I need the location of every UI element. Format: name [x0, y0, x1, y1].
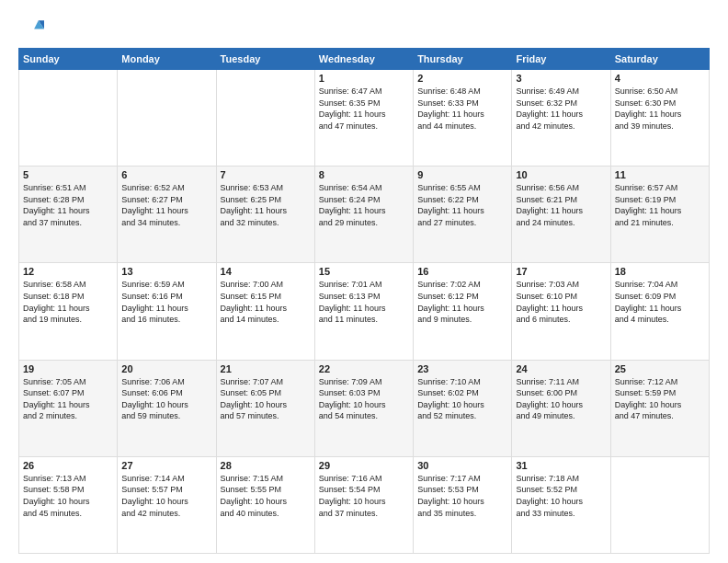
- day-number: 22: [319, 363, 409, 374]
- cell-text: Sunrise: 6:47 AM: [319, 86, 409, 98]
- cell-text: Sunset: 5:58 PM: [23, 484, 113, 496]
- cell-text: and 21 minutes.: [615, 217, 705, 229]
- cell-text: Daylight: 10 hours: [23, 496, 113, 508]
- cell-text: Daylight: 11 hours: [23, 399, 113, 411]
- calendar-cell: [118, 70, 216, 167]
- cell-text: Sunrise: 7:11 AM: [516, 376, 606, 388]
- day-number: 29: [319, 460, 409, 471]
- cell-text: Daylight: 10 hours: [121, 399, 211, 411]
- day-number: 1: [319, 73, 409, 84]
- calendar-table: SundayMondayTuesdayWednesdayThursdayFrid…: [18, 48, 710, 554]
- day-number: 25: [615, 363, 705, 374]
- cell-text: Sunset: 6:02 PM: [417, 387, 507, 399]
- calendar-cell: 29Sunrise: 7:16 AMSunset: 5:54 PMDayligh…: [314, 456, 413, 553]
- calendar-cell: 19Sunrise: 7:05 AMSunset: 6:07 PMDayligh…: [19, 360, 118, 456]
- calendar-cell: [610, 456, 709, 553]
- day-number: 11: [615, 169, 705, 180]
- cell-text: Daylight: 11 hours: [23, 205, 113, 217]
- calendar-cell: 24Sunrise: 7:11 AMSunset: 6:00 PMDayligh…: [512, 360, 610, 456]
- day-number: 18: [615, 266, 705, 277]
- cell-text: Sunrise: 6:50 AM: [615, 86, 705, 98]
- cell-text: and 54 minutes.: [319, 410, 409, 422]
- cell-text: Sunrise: 6:49 AM: [516, 86, 606, 98]
- cell-text: Sunset: 5:55 PM: [221, 484, 311, 496]
- weekday-header-friday: Friday: [512, 49, 610, 70]
- cell-text: Daylight: 11 hours: [516, 109, 606, 121]
- cell-text: Daylight: 10 hours: [319, 399, 409, 411]
- cell-text: Sunrise: 7:07 AM: [221, 376, 311, 388]
- calendar-cell: 15Sunrise: 7:01 AMSunset: 6:13 PMDayligh…: [314, 263, 413, 360]
- cell-text: and 24 minutes.: [516, 217, 606, 229]
- week-row-3: 12Sunrise: 6:58 AMSunset: 6:18 PMDayligh…: [19, 263, 710, 360]
- cell-text: and 2 minutes.: [23, 410, 113, 422]
- cell-text: Sunset: 6:12 PM: [417, 291, 507, 303]
- week-row-2: 5Sunrise: 6:51 AMSunset: 6:28 PMDaylight…: [19, 167, 710, 263]
- cell-text: Daylight: 11 hours: [23, 303, 113, 315]
- cell-text: Sunrise: 7:15 AM: [221, 473, 311, 485]
- cell-text: Daylight: 11 hours: [121, 303, 211, 315]
- calendar-cell: 14Sunrise: 7:00 AMSunset: 6:15 PMDayligh…: [216, 263, 314, 360]
- week-row-1: 1Sunrise: 6:47 AMSunset: 6:35 PMDaylight…: [19, 70, 710, 167]
- cell-text: Sunrise: 7:01 AM: [319, 279, 409, 291]
- cell-text: Daylight: 10 hours: [615, 399, 705, 411]
- cell-text: Sunset: 6:15 PM: [221, 291, 311, 303]
- week-row-5: 26Sunrise: 7:13 AMSunset: 5:58 PMDayligh…: [19, 456, 710, 553]
- cell-text: and 44 minutes.: [417, 121, 507, 132]
- weekday-header-wednesday: Wednesday: [314, 49, 413, 70]
- calendar-cell: 17Sunrise: 7:03 AMSunset: 6:10 PMDayligh…: [512, 263, 610, 360]
- cell-text: and 14 minutes.: [221, 314, 311, 326]
- cell-text: Sunrise: 6:52 AM: [121, 182, 211, 194]
- day-number: 7: [221, 169, 311, 180]
- cell-text: Daylight: 10 hours: [221, 496, 311, 508]
- cell-text: Sunrise: 6:54 AM: [319, 182, 409, 194]
- cell-text: Sunset: 6:35 PM: [319, 98, 409, 109]
- calendar-cell: [19, 70, 118, 167]
- cell-text: Sunset: 6:33 PM: [417, 98, 507, 109]
- cell-text: Sunrise: 6:58 AM: [23, 279, 113, 291]
- cell-text: Sunset: 5:57 PM: [121, 484, 211, 496]
- cell-text: and 57 minutes.: [221, 410, 311, 422]
- day-number: 8: [319, 169, 409, 180]
- day-number: 31: [516, 460, 606, 471]
- day-number: 15: [319, 266, 409, 277]
- cell-text: Sunset: 6:30 PM: [615, 98, 705, 109]
- calendar-cell: 25Sunrise: 7:12 AMSunset: 5:59 PMDayligh…: [610, 360, 709, 456]
- cell-text: Daylight: 10 hours: [516, 399, 606, 411]
- cell-text: Daylight: 11 hours: [319, 303, 409, 315]
- cell-text: Daylight: 11 hours: [516, 303, 606, 315]
- weekday-header-row: SundayMondayTuesdayWednesdayThursdayFrid…: [19, 49, 710, 70]
- cell-text: and 42 minutes.: [516, 121, 606, 132]
- day-number: 24: [516, 363, 606, 374]
- day-number: 9: [417, 169, 507, 180]
- cell-text: Sunset: 5:53 PM: [417, 484, 507, 496]
- calendar-cell: 13Sunrise: 6:59 AMSunset: 6:16 PMDayligh…: [118, 263, 216, 360]
- cell-text: and 34 minutes.: [121, 217, 211, 229]
- cell-text: Sunset: 5:59 PM: [615, 387, 705, 399]
- cell-text: and 42 minutes.: [121, 508, 211, 520]
- cell-text: Daylight: 11 hours: [615, 109, 705, 121]
- calendar-cell: 18Sunrise: 7:04 AMSunset: 6:09 PMDayligh…: [610, 263, 709, 360]
- cell-text: Sunrise: 7:18 AM: [516, 473, 606, 485]
- cell-text: Sunrise: 7:17 AM: [417, 473, 507, 485]
- cell-text: Daylight: 11 hours: [121, 205, 211, 217]
- cell-text: Daylight: 11 hours: [417, 303, 507, 315]
- day-number: 16: [417, 266, 507, 277]
- cell-text: Sunrise: 7:06 AM: [121, 376, 211, 388]
- cell-text: Daylight: 11 hours: [615, 303, 705, 315]
- calendar-cell: 5Sunrise: 6:51 AMSunset: 6:28 PMDaylight…: [19, 167, 118, 263]
- cell-text: Sunrise: 7:00 AM: [221, 279, 311, 291]
- calendar-cell: 23Sunrise: 7:10 AMSunset: 6:02 PMDayligh…: [414, 360, 512, 456]
- day-number: 2: [417, 73, 507, 84]
- day-number: 12: [23, 266, 113, 277]
- cell-text: Daylight: 10 hours: [319, 496, 409, 508]
- cell-text: Daylight: 11 hours: [319, 205, 409, 217]
- day-number: 17: [516, 266, 606, 277]
- cell-text: Daylight: 10 hours: [121, 496, 211, 508]
- cell-text: and 39 minutes.: [615, 121, 705, 132]
- calendar-cell: 28Sunrise: 7:15 AMSunset: 5:55 PMDayligh…: [216, 456, 314, 553]
- cell-text: Sunset: 6:25 PM: [221, 194, 311, 206]
- cell-text: Sunrise: 7:02 AM: [417, 279, 507, 291]
- cell-text: Sunrise: 6:53 AM: [221, 182, 311, 194]
- cell-text: and 29 minutes.: [319, 217, 409, 229]
- cell-text: and 47 minutes.: [615, 410, 705, 422]
